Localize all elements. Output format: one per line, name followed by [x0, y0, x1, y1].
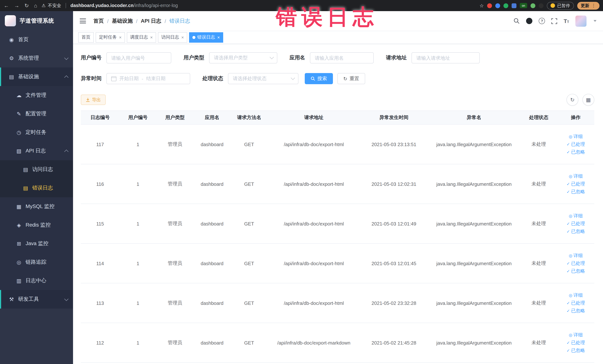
forward-icon[interactable]: →	[14, 3, 19, 9]
sidebar-item-tracing[interactable]: ◎ 链路追踪	[0, 253, 73, 271]
search-button[interactable]: 搜索	[305, 73, 333, 84]
processed-link[interactable]: ✓已处理	[567, 181, 585, 187]
sidebar-item-mysql-monitor[interactable]: ▦ MySQL 监控	[0, 197, 73, 216]
request-url-input[interactable]	[412, 52, 480, 63]
ignored-link[interactable]: ✓已忽略	[567, 149, 585, 155]
tab-schedule-log[interactable]: 调度日志 ×	[127, 32, 156, 42]
sidebar-item-java-monitor[interactable]: ⊞ Java 监控	[0, 234, 73, 253]
processed-link[interactable]: ✓已处理	[567, 300, 585, 306]
sidebar-item-label: 配置管理	[26, 110, 46, 117]
update-label: 更新	[581, 3, 589, 8]
sidebar-item-error-log[interactable]: ▤ 错误日志	[0, 179, 73, 197]
processed-link[interactable]: ✓已处理	[567, 260, 585, 267]
help-icon[interactable]: ?	[539, 18, 545, 24]
breadcrumb-api-log[interactable]: API 日志	[141, 18, 161, 24]
avatar[interactable]	[575, 15, 587, 26]
detail-link[interactable]: ◎详细	[569, 252, 583, 259]
hamburger-icon[interactable]	[80, 19, 86, 23]
address-bar[interactable]: dashboard.yudao.iocoder.cn/infra/log/api…	[70, 3, 178, 8]
bookmark-star-icon[interactable]: ☆	[480, 3, 484, 8]
sidebar-item-system[interactable]: ⚙ 系统管理	[0, 49, 73, 68]
divider	[66, 3, 66, 8]
cell-app-name: dashboard	[194, 283, 231, 323]
app-name-input[interactable]	[310, 52, 374, 63]
sidebar-item-label: 定时任务	[26, 129, 46, 136]
close-icon[interactable]: ×	[150, 35, 153, 40]
extension-icon-leaf[interactable]	[531, 3, 535, 8]
table-toolbar: 导出 ↻ ▦	[81, 94, 594, 106]
paused-badge[interactable]: 已暂停	[547, 2, 574, 10]
extension-icon-red[interactable]	[487, 3, 492, 8]
github-icon[interactable]	[526, 18, 533, 24]
cell-user-type: 管理员	[156, 204, 194, 244]
sidebar-item-devtools[interactable]: ⚒ 研发工具	[0, 290, 73, 309]
tab-error-log[interactable]: 错误日志 ×	[189, 32, 223, 42]
font-size-icon[interactable]: TT	[564, 18, 569, 24]
reload-icon[interactable]: ↻	[24, 3, 29, 9]
ignored-link[interactable]: ✓已忽略	[567, 268, 585, 274]
extension-icon-green[interactable]	[503, 3, 508, 8]
reset-button[interactable]: ↻ 重置	[337, 73, 365, 84]
search-icon[interactable]	[514, 18, 520, 24]
sidebar-item-infrastructure[interactable]: ▤ 基础设施	[0, 68, 73, 86]
extension-icon-dark[interactable]	[539, 3, 544, 8]
avatar-dropdown-caret-icon[interactable]	[593, 20, 596, 22]
sidebar-item-log-center[interactable]: ▥ 日志中心	[0, 271, 73, 290]
cell-method: GET	[231, 244, 268, 283]
user-id-input[interactable]	[106, 52, 171, 63]
fullscreen-icon[interactable]	[551, 18, 557, 24]
extension-on-badge[interactable]: on	[520, 3, 527, 8]
detail-link[interactable]: ◎详细	[569, 213, 583, 219]
extension-icon-blue[interactable]	[495, 3, 500, 8]
ignored-link[interactable]: ✓已忽略	[567, 347, 585, 354]
tab-scheduled-jobs[interactable]: 定时任务 ×	[96, 32, 125, 42]
process-status-placeholder: 请选择处理状态	[233, 75, 267, 82]
ignored-link[interactable]: ✓已忽略	[567, 308, 585, 314]
sidebar-item-api-log[interactable]: ▧ API 日志	[0, 142, 73, 160]
close-icon[interactable]: ×	[119, 35, 122, 40]
sidebar-item-scheduled-jobs[interactable]: ◷ 定时任务	[0, 123, 73, 142]
user-type-select[interactable]: 请选择用户类型	[209, 52, 277, 63]
processed-link[interactable]: ✓已处理	[567, 221, 585, 227]
process-status-select[interactable]: 请选择处理状态	[228, 73, 299, 84]
url-host: dashboard.yudao.iocoder.cn	[70, 3, 133, 8]
security-indicator[interactable]: ⚠ 不安全	[42, 2, 61, 9]
cell-status: 未处理	[520, 283, 557, 323]
date-range-picker[interactable]: 开始日期 - 结束日期	[106, 73, 190, 84]
sidebar-item-file-management[interactable]: ☁ 文件管理	[0, 86, 73, 105]
cell-method: GET	[231, 164, 268, 204]
processed-link[interactable]: ✓已处理	[567, 340, 585, 346]
cell-exception-time: 2021-05-02 23:32:28	[360, 283, 428, 323]
breadcrumb-home[interactable]: 首页	[93, 18, 104, 24]
export-button[interactable]: 导出	[81, 94, 106, 105]
detail-link[interactable]: ◎详细	[569, 133, 583, 140]
close-icon[interactable]: ×	[181, 35, 184, 40]
refresh-button[interactable]: ↻	[567, 94, 578, 106]
update-button[interactable]: 更新 ⋮	[577, 2, 600, 10]
breadcrumb-infrastructure[interactable]: 基础设施	[112, 18, 133, 24]
app-name-label: 应用名	[290, 55, 305, 61]
sidebar-item-redis-monitor[interactable]: ◈ Redis 监控	[0, 216, 73, 234]
detail-link[interactable]: ◎详细	[569, 292, 583, 298]
detail-link[interactable]: ◎详细	[569, 173, 583, 179]
sidebar-item-config-management[interactable]: ✎ 配置管理	[0, 105, 73, 123]
kebab-menu-icon[interactable]: ⋮	[591, 3, 596, 8]
processed-link[interactable]: ✓已处理	[567, 141, 585, 147]
sidebar-item-home[interactable]: ◉ 首页	[0, 30, 73, 49]
ignored-link[interactable]: ✓已忽略	[567, 188, 585, 195]
tab-home[interactable]: 首页	[78, 32, 94, 42]
tab-access-log[interactable]: 访问日志 ×	[158, 32, 187, 42]
back-icon[interactable]: ←	[4, 3, 9, 9]
columns-button[interactable]: ▦	[582, 94, 594, 106]
close-icon[interactable]: ×	[217, 35, 220, 40]
eye-icon: ◎	[569, 332, 572, 337]
extension-icon-grid[interactable]	[512, 3, 516, 8]
sidebar-item-access-log[interactable]: ▤ 访问日志	[0, 160, 73, 179]
detail-link[interactable]: ◎详细	[569, 332, 583, 338]
logo-title: 芋道管理系统	[20, 17, 54, 24]
tab-label: 定时任务	[99, 34, 117, 40]
home-icon[interactable]: ⌂	[34, 3, 37, 9]
ignored-link[interactable]: ✓已忽略	[567, 228, 585, 235]
breadcrumb-separator: /	[165, 18, 166, 24]
col-status: 处理状态	[520, 111, 557, 124]
